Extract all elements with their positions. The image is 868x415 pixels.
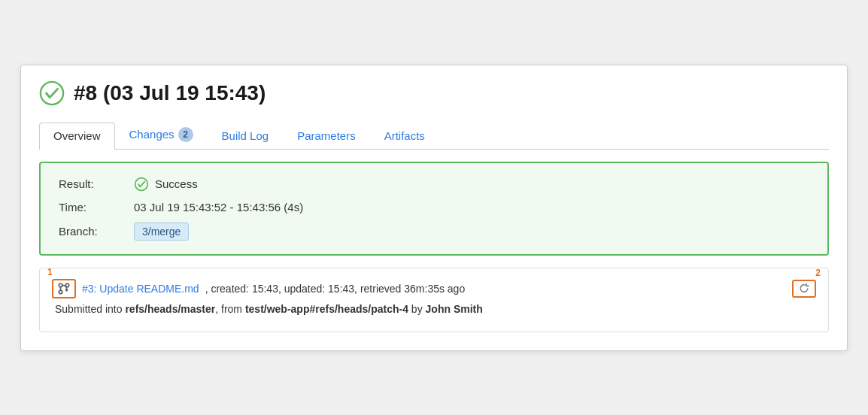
svg-point-0: [41, 81, 63, 104]
refresh-icon: [798, 283, 810, 295]
refresh-button[interactable]: [792, 280, 816, 298]
tab-artifacts[interactable]: Artifacts: [370, 123, 439, 150]
tab-changes[interactable]: Changes 2: [115, 120, 208, 150]
result-success-icon: [134, 177, 149, 192]
merge-icon-box: [52, 279, 76, 298]
subtext-middle: , from: [215, 303, 245, 315]
result-success-text: Success: [155, 177, 198, 190]
subtext-bold2: test/web-app#refs/heads/patch-4: [245, 303, 408, 315]
change-item: 1 #3: Update README.m: [52, 279, 816, 315]
change-link[interactable]: #3: Update README.md: [82, 283, 199, 295]
success-check-icon: [39, 80, 65, 106]
merge-icon: [57, 282, 71, 295]
svg-point-1: [135, 177, 148, 190]
time-label: Time:: [59, 201, 134, 214]
subtext-bold3: John Smith: [426, 303, 483, 315]
info-box: Result: Success Time: 03 Jul 19 15:43:52…: [39, 162, 829, 256]
change-subtext: Submitted into refs/heads/master, from t…: [52, 303, 816, 315]
counter-2: 2: [815, 268, 821, 278]
changes-section: 1 #3: Update README.m: [39, 268, 829, 332]
change-header-row: 1 #3: Update README.m: [52, 279, 816, 298]
tab-parameters[interactable]: Parameters: [283, 123, 370, 150]
subtext-bold1: refs/heads/master: [125, 303, 215, 315]
branch-label: Branch:: [59, 225, 134, 238]
subtext-prefix: Submitted into: [55, 303, 125, 315]
time-value: 03 Jul 19 15:43:52 - 15:43:56 (4s): [134, 201, 303, 214]
result-value: Success: [134, 177, 198, 192]
svg-point-4: [59, 290, 62, 294]
title-row: #8 (03 Jul 19 15:43): [39, 80, 829, 106]
svg-point-2: [59, 283, 62, 287]
tabs-bar: Overview Changes 2 Build Log Parameters …: [39, 120, 829, 150]
tab-overview[interactable]: Overview: [39, 123, 115, 150]
time-row: Time: 03 Jul 19 15:43:52 - 15:43:56 (4s): [59, 201, 809, 214]
change-header: 1 #3: Update README.m: [52, 279, 816, 298]
result-label: Result:: [59, 177, 134, 190]
change-meta: , created: 15:43, updated: 15:43, retrie…: [205, 283, 466, 295]
changes-badge: 2: [178, 127, 193, 142]
page-title: #8 (03 Jul 19 15:43): [74, 81, 266, 105]
merge-icon-wrapper: 1: [52, 279, 76, 298]
subtext-suffix: by: [408, 303, 426, 315]
branch-row: Branch: 3/merge: [59, 223, 809, 241]
branch-badge[interactable]: 3/merge: [134, 223, 189, 241]
counter-1: 1: [47, 267, 53, 277]
tab-buildlog[interactable]: Build Log: [208, 123, 284, 150]
result-row: Result: Success: [59, 177, 809, 192]
refresh-icon-wrapper: 2: [792, 280, 816, 298]
main-window: #8 (03 Jul 19 15:43) Overview Changes 2 …: [20, 65, 848, 351]
branch-value: 3/merge: [134, 223, 189, 241]
